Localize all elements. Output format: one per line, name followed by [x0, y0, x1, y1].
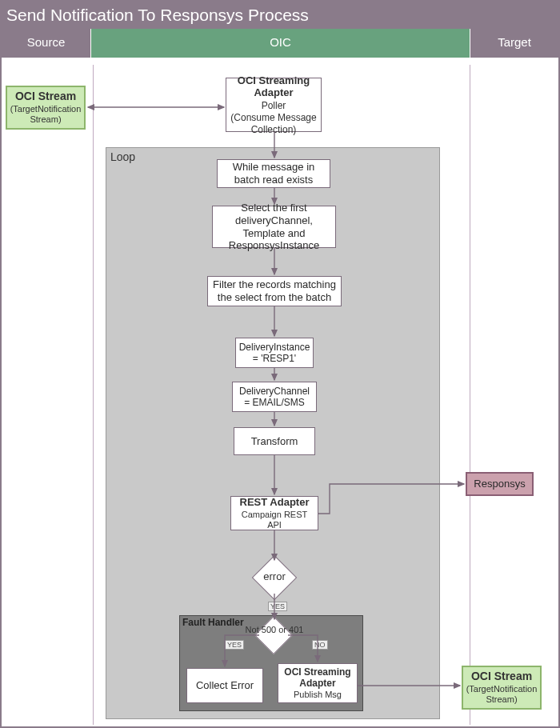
loop-label: Loop: [110, 150, 135, 163]
error-yes-label: YES: [268, 602, 287, 611]
source-oci-stream-box: OCI Stream (TargetNotification Stream): [6, 86, 86, 130]
not500-text: Not 500 or 401: [238, 625, 310, 634]
select-box: Select the first deliveryChannel, Templa…: [212, 206, 336, 248]
transform-text: Transform: [234, 428, 314, 454]
source-stream-title: OCI Stream: [15, 90, 76, 103]
col-source: Source: [2, 29, 91, 58]
publish-adapter-sub: Publish Msg: [294, 690, 342, 700]
adapter-title: OCI Streaming Adapter: [230, 74, 318, 99]
error-text: error: [238, 570, 310, 582]
streaming-adapter-box: OCI Streaming Adapter Poller (Consume Me…: [226, 78, 322, 132]
while-text: While message in batch read exists: [218, 160, 330, 187]
col-target: Target: [470, 29, 558, 58]
target-stream-box: OCI Stream (TargetNotification Stream): [462, 666, 542, 710]
target-stream-sub: (TargetNotification Stream): [466, 684, 538, 705]
fault-handler-label: Fault Handler: [182, 617, 244, 628]
target-stream-title: OCI Stream: [471, 670, 532, 683]
delivery-instance-box: DeliveryInstance = 'RESP1': [235, 338, 314, 368]
diamond-no-label: NO: [312, 640, 328, 650]
filter-box: Filter the records matching the select f…: [207, 276, 342, 306]
adapter-sub1: Poller: [262, 100, 286, 111]
publish-adapter-title: OCI Streaming Adapter: [282, 666, 354, 690]
source-stream-sub: (TargetNotification Stream): [10, 104, 82, 125]
responsys-box: Responsys: [466, 472, 534, 496]
collect-error-box: Collect Error: [186, 668, 263, 703]
rest-adapter-sub: Campaign REST API: [236, 510, 313, 530]
delivery-instance-text: DeliveryInstance = 'RESP1': [236, 338, 313, 367]
rest-adapter-title: REST Adapter: [240, 496, 310, 509]
select-text: Select the first deliveryChannel, Templa…: [213, 206, 335, 247]
collect-error-text: Collect Error: [187, 669, 262, 702]
transform-box: Transform: [234, 427, 315, 455]
delivery-channel-box: DeliveryChannel = EMAIL/SMS: [232, 382, 317, 412]
while-box: While message in batch read exists: [217, 159, 330, 188]
adapter-sub2: (Consume Message Collection): [230, 112, 318, 135]
delivery-channel-text: DeliveryChannel = EMAIL/SMS: [233, 382, 316, 411]
responsys-text: Responsys: [467, 474, 532, 494]
col-oic: OIC: [91, 29, 470, 58]
diamond-yes-label: YES: [225, 640, 244, 650]
rest-adapter-box: REST Adapter Campaign REST API: [230, 496, 318, 530]
filter-text: Filter the records matching the select f…: [208, 277, 341, 306]
diagram-canvas: OCI Stream (TargetNotification Stream) O…: [2, 66, 558, 726]
page-title: Send Notification To Responsys Process: [2, 2, 558, 29]
publish-adapter-box: OCI Streaming Adapter Publish Msg: [278, 663, 358, 703]
